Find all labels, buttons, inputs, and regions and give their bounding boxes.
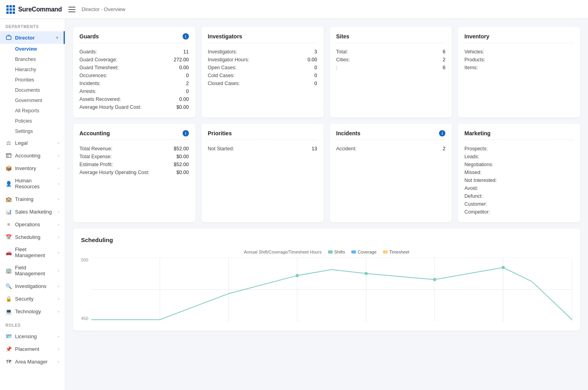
legend-coverage: Coverage (351, 250, 377, 254)
roles-label: ROLES (0, 318, 65, 330)
operations-label: Operations (15, 222, 40, 227)
investigators-row-0: Investigators: 3 (208, 48, 317, 56)
field-label: Field Management (15, 265, 55, 276)
placement-icon: 📌 (6, 346, 12, 352)
placement-chevron: › (58, 347, 59, 351)
sidebar-item-field[interactable]: 🏢 Field Management › (0, 261, 65, 280)
sidebar-sub-priorities[interactable]: Priorities (0, 75, 65, 85)
sidebar-item-fleet[interactable]: 🚗 Fleet Management › (0, 243, 65, 261)
chart-area: 500 450 (81, 257, 572, 323)
priorities-card: Priorities Not Started: 13 (202, 124, 324, 222)
sidebar-item-scheduling[interactable]: 📅 Scheduling › (0, 231, 65, 243)
marketing-row-3: Missed: (464, 168, 574, 176)
guards-row-7: Average Hourly Guard Cost: $0.00 (79, 103, 189, 111)
sidebar-sub-allreports[interactable]: All Reports (0, 106, 65, 116)
legend-timesheet-dot (383, 250, 388, 254)
fleet-chevron: › (58, 250, 59, 255)
sidebar-item-technology[interactable]: 💻 Technology › (0, 305, 65, 318)
fleet-icon: 🚗 (6, 249, 12, 256)
sidebar-item-investigations[interactable]: 🔍 Investigations › (0, 280, 65, 292)
sidebar-item-licensing[interactable]: 🪪 Licensing › (0, 330, 65, 343)
hamburger-button[interactable] (67, 5, 77, 14)
sidebar-sub-overview[interactable]: Overview (0, 44, 65, 54)
licensing-chevron: › (58, 334, 59, 339)
security-chevron: › (58, 297, 59, 301)
sidebar-item-placement[interactable]: 📌 Placement › (0, 343, 65, 355)
sidebar-sub-policies[interactable]: Policies (0, 116, 65, 126)
svg-rect-1 (6, 153, 11, 157)
sidebar-item-areamanager[interactable]: 🗺 Area Manager › (0, 355, 65, 368)
sidebar-item-director[interactable]: Director ▾ (0, 31, 65, 44)
sidebar-item-inventory[interactable]: 📦 Inventory › (0, 162, 65, 174)
sales-label: Sales Marketing (15, 209, 52, 215)
logo-area: SureCommand (6, 5, 62, 14)
sidebar-sub-settings[interactable]: Settings (0, 126, 65, 136)
inventory-chevron: › (58, 166, 59, 170)
investigators-row-2: Open Cases: 0 (208, 64, 317, 72)
chart-header: Annual Shift/Coverage/Timesheet Hours Sh… (81, 250, 572, 254)
departments-label: DEPARTMENTS (0, 19, 65, 31)
accounting-card-header: Accounting i (79, 130, 189, 140)
marketing-row-0: Prospects: (464, 145, 574, 153)
incidents-info-icon[interactable]: i (439, 130, 445, 136)
top-header: SureCommand Director · Overview (0, 0, 588, 19)
investigations-chevron: › (58, 284, 59, 288)
legal-label: Legal (15, 140, 28, 146)
y-axis: 500 450 (81, 257, 91, 321)
sidebar-sub-government[interactable]: Government (0, 95, 65, 106)
sites-row-2: : 6 (336, 64, 446, 72)
legend-shifts: Shifts (328, 250, 345, 254)
licensing-label: Licensing (15, 333, 37, 339)
sidebar-sub-documents[interactable]: Documents (0, 85, 65, 95)
scheduling-icon: 📅 (6, 234, 12, 240)
investigators-row-3: Cold Cases: 0 (208, 72, 317, 80)
marketing-row-5: Avoid: (464, 184, 574, 192)
sidebar-item-operations[interactable]: ≡ Operations › (0, 218, 65, 231)
field-icon: 🏢 (6, 267, 12, 274)
field-chevron: › (58, 269, 59, 273)
inventory-card-header: Inventory (464, 33, 574, 43)
sidebar-sub-branches[interactable]: Branches (0, 54, 65, 64)
inventory-row-2: Items: (464, 64, 574, 72)
marketing-row-7: Customer: (464, 200, 574, 208)
svg-point-17 (502, 266, 505, 269)
investigators-card: Investigators Investigators: 3 Investiga… (202, 27, 324, 117)
guards-row-2: Guard Timesheet: 0.00 (79, 64, 189, 72)
legend-coverage-dot (351, 250, 356, 254)
incidents-row-0: Accident: 2 (336, 145, 446, 153)
svg-point-15 (365, 272, 368, 275)
guards-row-3: Occurences: 0 (79, 72, 189, 80)
app-logo-text: SureCommand (18, 6, 62, 13)
guards-card-title: Guards (79, 33, 99, 40)
svg-point-14 (296, 274, 299, 277)
sidebar: DEPARTMENTS Director ▾ Overview Branches… (0, 19, 65, 390)
hr-label: Human Resources (15, 178, 55, 189)
accounting-info-icon[interactable]: i (183, 130, 189, 136)
marketing-card-title: Marketing (464, 130, 490, 136)
scheduling-chevron: › (58, 235, 59, 239)
svg-point-16 (433, 278, 436, 281)
incidents-card: Incidents i Accident: 2 (330, 124, 452, 222)
guards-row-5: Arrests: 0 (79, 87, 189, 95)
sidebar-item-sales[interactable]: 📊 Sales Marketing › (0, 205, 65, 218)
investigators-row-4: Closed Cases: 0 (208, 80, 317, 87)
sidebar-item-hr[interactable]: 👤 Human Resources › (0, 174, 65, 193)
sidebar-item-training[interactable]: 🏫 Training › (0, 193, 65, 205)
security-icon: 🔒 (6, 295, 12, 302)
sidebar-item-security[interactable]: 🔒 Security › (0, 292, 65, 305)
marketing-row-8: Competitor: (464, 208, 574, 216)
investigations-label: Investigations (15, 283, 47, 289)
guards-info-icon[interactable]: i (183, 33, 189, 40)
app-body: DEPARTMENTS Director ▾ Overview Branches… (0, 19, 588, 390)
sites-card-header: Sites (336, 33, 446, 43)
sidebar-sub-hierarchy[interactable]: Hierarchy (0, 64, 65, 75)
guards-row-6: Assets Recovered: 0.00 (79, 95, 189, 103)
hr-icon: 👤 (6, 180, 12, 187)
scheduling-section: Scheduling Annual Shift/Coverage/Timeshe… (73, 229, 580, 331)
sites-row-1: Cities: 2 (336, 56, 446, 64)
sidebar-item-accounting[interactable]: Accounting › (0, 149, 65, 162)
inventory-label: Inventory (15, 165, 36, 171)
sidebar-item-legal[interactable]: ⚖ Legal › (0, 136, 65, 149)
guards-row-4: Incidents: 2 (79, 80, 189, 87)
chart-title: Annual Shift/Coverage/Timesheet Hours (244, 250, 321, 254)
